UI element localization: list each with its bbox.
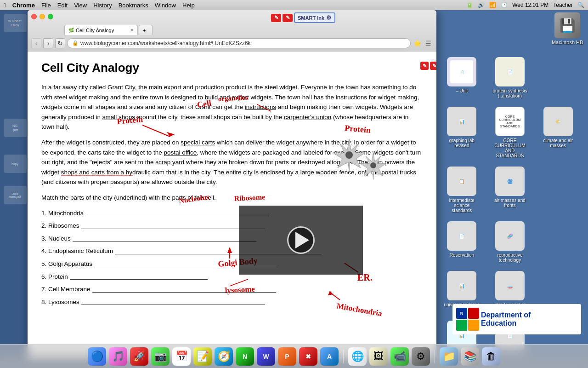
- inter-sci-icon-img: 📋: [447, 167, 476, 196]
- battery-icon: 🔋: [466, 2, 473, 8]
- dock-sysprefs[interactable]: ⚙: [412, 347, 430, 366]
- video-overlay[interactable]: [239, 206, 363, 275]
- reservation-icon-label: Reservation: [450, 253, 474, 258]
- smart-ink-browser-btn1[interactable]: ✎: [420, 62, 429, 70]
- back-button[interactable]: ‹: [31, 38, 41, 48]
- left-panel-item-sheet[interactable]: w Sheetr Key: [2, 14, 28, 32]
- unit-icon-label: – Unit: [456, 88, 468, 93]
- nyc-logo-graphic: N: [456, 308, 479, 331]
- clock-icon: 🕐: [501, 2, 508, 8]
- play-triangle-icon: [295, 232, 309, 248]
- smart-ink-label: SMART Ink ⚙: [294, 12, 335, 23]
- bookmark-button[interactable]: ⭐: [413, 39, 422, 48]
- minimize-button[interactable]: [40, 14, 45, 19]
- hd-icon-label: Macintosh HD: [552, 40, 583, 45]
- new-tab-button[interactable]: +: [139, 25, 153, 35]
- desktop: w Sheetr Key NS.pdf copy ..esences.pdf: [0, 10, 588, 368]
- dock-finder[interactable]: 🔵: [88, 347, 106, 366]
- graphing-icon-label: graphing lab revised: [443, 138, 480, 148]
- dock-launchpad[interactable]: 🚀: [130, 347, 148, 366]
- dock-iphoto[interactable]: 🖼: [369, 347, 388, 366]
- dock-notes[interactable]: 📝: [193, 347, 212, 366]
- list-item: 5. Golgi Apparatus: [41, 259, 423, 269]
- address-bar[interactable]: 🔒 www.biologycorner.com/worksheets/cell-…: [67, 38, 411, 48]
- dock-x[interactable]: ✖: [299, 347, 317, 366]
- dock-powerpoint[interactable]: P: [278, 347, 296, 366]
- menu-history[interactable]: History: [93, 2, 112, 9]
- dock-numbers[interactable]: N: [236, 347, 254, 366]
- core-curr-icon-img: CORECURRICULUMAND STANDARDS: [495, 107, 525, 136]
- tab-favicon: 🌿: [68, 28, 74, 33]
- dock-trash[interactable]: 🗑: [482, 347, 500, 366]
- macintosh-hd-icon[interactable]: 💾 Macintosh HD: [552, 12, 583, 45]
- desktop-icon-climate[interactable]: 🌤️ climate and air masses: [536, 105, 580, 160]
- menu-view[interactable]: View: [74, 2, 87, 9]
- apple-menu[interactable]: : [4, 2, 6, 9]
- reservation-icon-img: 📄: [447, 221, 476, 251]
- climate-icon-img: 🌤️: [543, 107, 573, 136]
- search-icon[interactable]: 🔍: [577, 2, 584, 8]
- tab-title: Cell City Analogy: [76, 28, 114, 33]
- menu-edit[interactable]: Edit: [57, 2, 68, 9]
- unit-icon-img: 📄: [447, 57, 476, 86]
- dock-itunes[interactable]: 🎵: [109, 347, 127, 366]
- left-icon-ns: NS.pdf: [4, 119, 27, 137]
- refresh-button[interactable]: ↻: [55, 38, 65, 48]
- desktop-icon-graphing[interactable]: 📊 graphing lab revised: [440, 105, 484, 160]
- title-bar: [28, 10, 436, 23]
- page-body: In a far away city called Grant City, th…: [41, 82, 423, 307]
- desktop-icon-core-curr[interactable]: CORECURRICULUMAND STANDARDS CORE CURRICU…: [488, 105, 532, 160]
- tab-close-button[interactable]: ✕: [130, 28, 134, 33]
- desktop-icon-repro-tech[interactable]: 🧬 reproductive technology: [488, 219, 532, 264]
- dock-calendar[interactable]: 📅: [172, 347, 191, 366]
- menu-file[interactable]: File: [41, 2, 51, 9]
- dock-chrome[interactable]: 🌐: [348, 347, 367, 366]
- dock-facetime[interactable]: 📹: [390, 347, 409, 366]
- play-button[interactable]: [287, 226, 315, 254]
- smart-ink-browser-bar: ✎ ✎ SMART Ink ⚙: [420, 58, 436, 73]
- menu-chrome[interactable]: Chrome: [12, 2, 35, 9]
- desktop-icon-inter-sci[interactable]: 📋 intermediate science standards: [440, 165, 484, 215]
- dock-photos[interactable]: 📷: [151, 347, 170, 366]
- left-panel-item-copy[interactable]: copy: [2, 155, 28, 173]
- tab-bar: 🌿 Cell City Analogy ✕ +: [28, 23, 436, 35]
- smart-ink-browser-btn2[interactable]: ✎: [430, 62, 436, 70]
- left-icon-copy: copy: [4, 155, 27, 173]
- browser-tab-active[interactable]: 🌿 Cell City Analogy ✕: [64, 25, 138, 35]
- list-item: 6. Protein: [41, 272, 423, 282]
- left-icon-ese: ..esences.pdf: [4, 186, 27, 204]
- menu-button[interactable]: ☰: [424, 39, 433, 48]
- desktop-icon-air-masses[interactable]: 🌀 air masses and fronts: [488, 165, 532, 215]
- desktop-icon-protein-syn[interactable]: 📄 protein synthesis (..anslation): [488, 55, 532, 100]
- left-panel-item-ns[interactable]: NS.pdf: [2, 119, 28, 137]
- menu-bookmarks[interactable]: Bookmarks: [119, 2, 148, 9]
- menu-window[interactable]: Window: [155, 2, 176, 9]
- desktop-icon-unit[interactable]: 📄 – Unit: [440, 55, 484, 100]
- dock-word[interactable]: W: [257, 347, 275, 366]
- browser-toolbar: ‹ › ↻ 🔒 www.biologycorner.com/worksheets…: [28, 35, 436, 52]
- menu-bar-right: 🔋 🔊 📶 🕐 Wed 12:01 PM Teacher 🔍: [466, 2, 584, 8]
- user-label: Teacher: [553, 2, 573, 8]
- dock-appstore[interactable]: A: [320, 347, 339, 366]
- menu-help[interactable]: Help: [182, 2, 195, 9]
- close-button[interactable]: [31, 14, 37, 19]
- maximize-button[interactable]: [48, 14, 53, 19]
- page-content[interactable]: Cell City Analogy In a far away city cal…: [28, 52, 436, 360]
- wifi-icon: 📶: [489, 2, 496, 8]
- repro-tech-icon-img: 🧬: [495, 221, 525, 251]
- desktop-icon-reservation[interactable]: 📄 Reservation: [440, 219, 484, 264]
- smart-ink-top-bar: ✎ ✎ SMART Ink ⚙: [271, 12, 335, 23]
- graphing-icon-img: 📊: [447, 107, 476, 136]
- smart-ink-btn2[interactable]: ✎: [283, 14, 293, 22]
- browser-chrome: ✎ ✎ SMART Ink ⚙ 🌿 Cell City Analogy: [28, 10, 436, 52]
- climate-icon-label: climate and air masses: [540, 138, 577, 148]
- dock-safari[interactable]: 🧭: [215, 347, 233, 366]
- hd-icon-img: 💾: [554, 12, 580, 38]
- forward-button[interactable]: ›: [43, 38, 53, 48]
- volume-icon: 🔊: [478, 2, 485, 8]
- dock-files[interactable]: 📁: [440, 347, 458, 366]
- dock-stack[interactable]: 📚: [461, 347, 479, 366]
- left-panel-item-ese[interactable]: ..esences.pdf: [2, 186, 28, 204]
- smart-ink-btn1[interactable]: ✎: [271, 14, 281, 22]
- nyc-doe-logo: N Department of Education: [452, 304, 581, 334]
